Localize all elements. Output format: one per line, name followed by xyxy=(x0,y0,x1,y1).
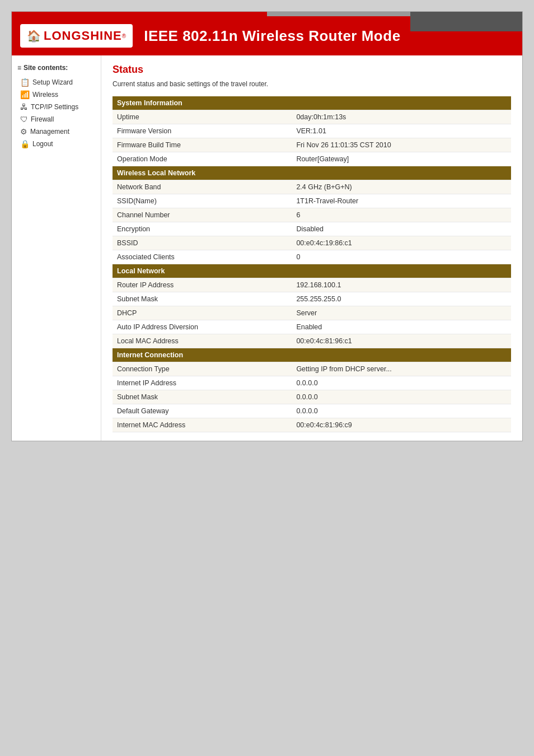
tcp-icon: 🖧 xyxy=(20,102,28,111)
top-right-dark xyxy=(410,12,522,31)
wireless-icon: 📶 xyxy=(20,90,30,99)
default-gateway-value: 0.0.0.0 xyxy=(292,404,511,418)
sidebar-item-wireless[interactable]: 📶 Wireless xyxy=(17,88,95,101)
table-row: Encryption Disabled xyxy=(113,222,511,236)
wireless-local-header-row: Wireless Local Network xyxy=(113,166,511,180)
table-row: Connection Type Getting IP from DHCP ser… xyxy=(113,362,511,376)
main-content: Status Current status and basic settings… xyxy=(101,55,522,441)
connection-type-label: Connection Type xyxy=(113,362,292,376)
router-ip-label: Router IP Address xyxy=(113,278,292,292)
dhcp-label: DHCP xyxy=(113,306,292,320)
site-contents-label: ≡ Site contents: xyxy=(17,64,95,72)
main-container: 🏠 LONGSHINE ® IEEE 802.11n Wireless Rout… xyxy=(11,11,523,441)
internet-subnet-label: Subnet Mask xyxy=(113,390,292,404)
management-icon: ⚙ xyxy=(20,127,27,136)
firmware-version-value: VER:1.01 xyxy=(292,124,511,138)
ssid-label: SSID(Name) xyxy=(113,194,292,208)
table-row: Router IP Address 192.168.100.1 xyxy=(113,278,511,292)
channel-number-label: Channel Number xyxy=(113,208,292,222)
local-subnet-label: Subnet Mask xyxy=(113,292,292,306)
status-desc: Current status and basic settings of the… xyxy=(113,80,511,88)
internet-connection-header: Internet Connection xyxy=(113,348,511,362)
operation-mode-value: Router[Gateway] xyxy=(292,152,511,166)
table-row: Uptime 0day:0h:1m:13s xyxy=(113,110,511,124)
top-bar xyxy=(12,12,522,16)
system-info-header-row: System Information xyxy=(113,96,511,110)
sidebar-item-setup-wizard[interactable]: 📋 Setup Wizard xyxy=(17,76,95,88)
table-row: Operation Mode Router[Gateway] xyxy=(113,152,511,166)
auto-ip-label: Auto IP Address Diversion xyxy=(113,320,292,334)
internet-subnet-value: 0.0.0.0 xyxy=(292,390,511,404)
local-mac-value: 00:e0:4c:81:96:c1 xyxy=(292,334,511,348)
table-row: Network Band 2.4 GHz (B+G+N) xyxy=(113,180,511,194)
channel-number-value: 6 xyxy=(292,208,511,222)
sidebar-item-logout[interactable]: 🔒 Logout xyxy=(17,138,95,150)
encryption-value: Disabled xyxy=(292,222,511,236)
sidebar-item-tcp-settings[interactable]: 🖧 TCP/IP Settings xyxy=(17,101,95,113)
logo-text: LONGSHINE xyxy=(44,29,122,43)
sidebar-item-management[interactable]: ⚙ Management xyxy=(17,125,95,138)
status-table: System Information Uptime 0day:0h:1m:13s… xyxy=(113,96,511,432)
logo-area: 🏠 LONGSHINE ® xyxy=(20,24,133,48)
internet-mac-value: 00:e0:4c:81:96:c9 xyxy=(292,418,511,432)
table-row: DHCP Server xyxy=(113,306,511,320)
firmware-version-label: Firmware Version xyxy=(113,124,292,138)
site-contents-icon: ≡ xyxy=(17,64,21,72)
network-band-label: Network Band xyxy=(113,180,292,194)
firmware-build-time-value: Fri Nov 26 11:01:35 CST 2010 xyxy=(292,138,511,152)
local-network-header-row: Local Network xyxy=(113,264,511,278)
body-layout: ≡ Site contents: 📋 Setup Wizard 📶 Wirele… xyxy=(12,55,522,441)
firewall-icon: 🛡 xyxy=(20,115,28,124)
table-row: Internet IP Address 0.0.0.0 xyxy=(113,376,511,390)
table-row: BSSID 00:e0:4c:19:86:c1 xyxy=(113,236,511,250)
sidebar: ≡ Site contents: 📋 Setup Wizard 📶 Wirele… xyxy=(12,55,101,441)
router-ip-value: 192.168.100.1 xyxy=(292,278,511,292)
network-band-value: 2.4 GHz (B+G+N) xyxy=(292,180,511,194)
internet-mac-label: Internet MAC Address xyxy=(113,418,292,432)
table-row: Subnet Mask 255.255.255.0 xyxy=(113,292,511,306)
local-subnet-value: 255.255.255.0 xyxy=(292,292,511,306)
associated-clients-label: Associated Clients xyxy=(113,250,292,264)
table-row: Subnet Mask 0.0.0.0 xyxy=(113,390,511,404)
sidebar-item-firewall[interactable]: 🛡 Firewall xyxy=(17,113,95,125)
book-icon: 📋 xyxy=(20,78,30,87)
wireless-local-header: Wireless Local Network xyxy=(113,166,511,180)
logo-icon: 🏠 xyxy=(27,29,41,43)
system-info-header: System Information xyxy=(113,96,511,110)
uptime-label: Uptime xyxy=(113,110,292,124)
status-title: Status xyxy=(113,64,511,76)
auto-ip-value: Enabled xyxy=(292,320,511,334)
table-row: Associated Clients 0 xyxy=(113,250,511,264)
operation-mode-label: Operation Mode xyxy=(113,152,292,166)
local-mac-label: Local MAC Address xyxy=(113,334,292,348)
bssid-label: BSSID xyxy=(113,236,292,250)
local-network-header: Local Network xyxy=(113,264,511,278)
internet-ip-value: 0.0.0.0 xyxy=(292,376,511,390)
table-row: Local MAC Address 00:e0:4c:81:96:c1 xyxy=(113,334,511,348)
table-row: Channel Number 6 xyxy=(113,208,511,222)
default-gateway-label: Default Gateway xyxy=(113,404,292,418)
bssid-value: 00:e0:4c:19:86:c1 xyxy=(292,236,511,250)
encryption-label: Encryption xyxy=(113,222,292,236)
table-row: Default Gateway 0.0.0.0 xyxy=(113,404,511,418)
internet-connection-header-row: Internet Connection xyxy=(113,348,511,362)
table-row: Firmware Version VER:1.01 xyxy=(113,124,511,138)
header-title: IEEE 802.11n Wireless Router Mode xyxy=(144,27,400,45)
uptime-value: 0day:0h:1m:13s xyxy=(292,110,511,124)
connection-type-value: Getting IP from DHCP server... xyxy=(292,362,511,376)
table-row: Internet MAC Address 00:e0:4c:81:96:c9 xyxy=(113,418,511,432)
associated-clients-value: 0 xyxy=(292,250,511,264)
dhcp-value: Server xyxy=(292,306,511,320)
internet-ip-label: Internet IP Address xyxy=(113,376,292,390)
page-wrapper: 🏠 LONGSHINE ® IEEE 802.11n Wireless Rout… xyxy=(0,0,534,756)
table-row: SSID(Name) 1T1R-Travel-Router xyxy=(113,194,511,208)
table-row: Firmware Build Time Fri Nov 26 11:01:35 … xyxy=(113,138,511,152)
firmware-build-time-label: Firmware Build Time xyxy=(113,138,292,152)
table-row: Auto IP Address Diversion Enabled xyxy=(113,320,511,334)
logout-icon: 🔒 xyxy=(20,139,30,148)
ssid-value: 1T1R-Travel-Router xyxy=(292,194,511,208)
